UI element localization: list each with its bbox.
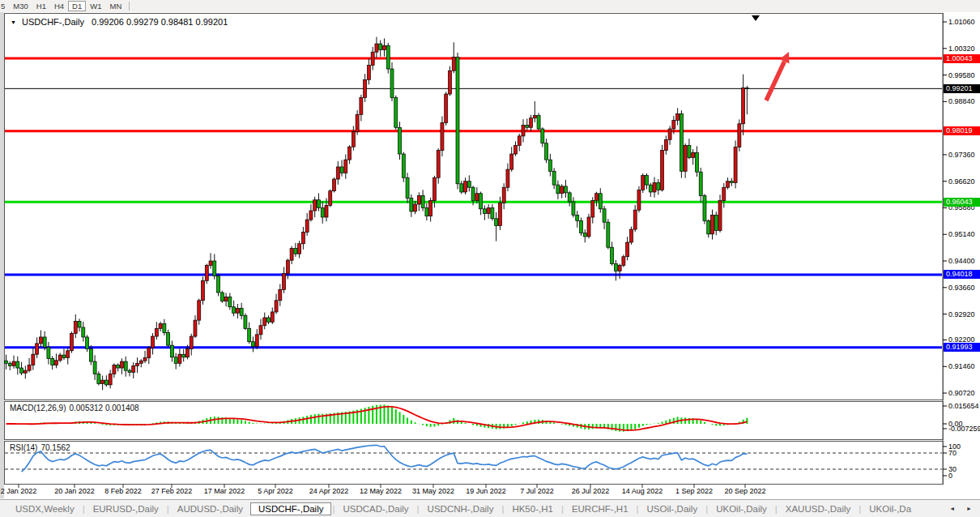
price-badge-0.98019: 0.98019 [944,126,980,135]
price-tick-label: 0.93660 [948,284,975,292]
tab-audusd-daily[interactable]: AUDUSD-,Daily [170,502,250,515]
tab-usoil-daily[interactable]: USOil-,Daily [640,502,705,515]
price-tick-label: 1.01060 [948,18,975,26]
x-axis-label-27-feb-2022: 27 Feb 2022 [143,487,200,495]
x-axis-label-12-may-2022: 12 May 2022 [352,487,409,495]
tab-eurusd-daily[interactable]: EURUSD-,Daily [86,502,166,515]
timeframe-button-m30[interactable]: M30 [9,1,32,11]
timeframe-button-h4[interactable]: H4 [50,1,68,11]
x-axis-label-14-aug-2022: 14 Aug 2022 [614,487,671,495]
price-tick-label: 0.99580 [948,71,975,79]
tab-usdchf-daily[interactable]: USDCHF-,Daily [250,502,332,515]
tab-usdx-weekly[interactable]: USDX,Weekly [8,502,82,515]
rsi-indicator-label: RSI(14)70.1562 [10,443,74,452]
timeframe-button-5[interactable]: 5 [0,1,9,11]
x-axis-label-19-jun-2022: 19 Jun 2022 [458,487,514,495]
price-badge-0.91993: 0.91993 [944,343,980,352]
symbol-label: USDCHF-,Daily [22,17,84,27]
tab-ukoil-daily[interactable]: UKOil-,Daily [709,502,774,515]
macd-panel[interactable] [4,401,944,440]
macd-indicator-label: MACD(12,26,9)0.005312 0.001408 [10,404,143,412]
chart-dropdown-icon[interactable]: ▼ [11,19,16,25]
x-axis-label-7-jul-2022: 7 Jul 2022 [509,487,565,495]
x-axis-label-24-apr-2022: 24 Apr 2022 [300,487,357,495]
price-tick-label: 0.97360 [948,151,975,159]
price-tick-label: 0.92920 [948,310,975,318]
toolbar-separator [129,2,130,11]
timeframe-button-h1[interactable]: H1 [32,1,50,11]
chart-title: ▼ USDCHF-,Daily 0.99206 0.99279 0.98481 … [11,17,228,27]
tab-eurchf-h1[interactable]: EURCHF-,H1 [565,502,636,515]
tab-xauusd-daily[interactable]: XAUUSD-,Daily [778,502,859,515]
price-badge-0.96043: 0.96043 [944,198,980,207]
rsi-name: RSI(14) [10,443,37,452]
price-tick-label: 0.96620 [948,177,975,186]
tab-ukoil-da[interactable]: UKOil-,Da [862,502,918,515]
x-axis-label-26-jul-2022: 26 Jul 2022 [562,487,619,495]
rsi-axis-label: 70 [948,449,957,457]
rsi-value: 70.1562 [40,443,70,452]
x-axis-label-20-sep-2022: 20 Sep 2022 [717,487,773,495]
tab-hk50-h1[interactable]: HK50-,H1 [505,502,560,515]
price-tick-label: 0.91460 [948,362,975,370]
price-tick-label: 1.00320 [948,45,975,53]
price-badge-0.94018: 0.94018 [944,270,980,279]
tab-usdcnh-daily[interactable]: USDCNH-,Daily [420,502,501,515]
price-tick-label: 0.94400 [948,257,975,265]
timeframe-toolbar: 5M30H1H4D1W1MN [0,0,980,12]
timeframe-button-d1[interactable]: D1 [68,1,86,11]
tab-usdcad-daily[interactable]: USDCAD-,Daily [335,502,415,515]
ohlc-readout: 0.99206 0.99279 0.98481 0.99201 [92,17,228,27]
x-axis-label-2-jan-2022: 2 Jan 2022 [0,487,47,495]
x-axis-label-17-mar-2022: 17 Mar 2022 [196,487,253,495]
macd-values: 0.005312 0.001408 [69,404,138,412]
price-badge-1.00043: 1.00043 [944,54,980,63]
x-axis-label-1-sep-2022: 1 Sep 2022 [666,487,722,495]
timeframe-button-w1[interactable]: W1 [86,1,105,11]
macd-axis-label: -0.007259 [948,425,980,433]
rsi-axis-label: 0 [948,472,952,480]
mt4-window: 5M30H1H4D1W1MN ▼ USDCHF-,Daily 0.99206 0… [0,0,980,517]
price-chart-panel[interactable] [4,13,944,400]
x-axis-label-5-apr-2022: 5 Apr 2022 [247,487,304,495]
instrument-tabbar: USDX,Weekly|EURUSD-,Daily|AUDUSD-,DailyU… [0,499,980,517]
macd-name: MACD(12,26,9) [10,404,66,412]
price-tick-label: 0.90720 [948,389,975,397]
macd-axis-label: 0.015654 [948,402,979,410]
rsi-panel[interactable] [4,441,944,485]
price-badge-0.99201: 0.99201 [944,84,980,93]
timeframe-button-mn[interactable]: MN [106,1,126,11]
tab-scroll-arrows[interactable]: ◄ ► [949,506,977,511]
price-tick-label: 0.98840 [948,97,975,105]
x-axis-label-31-may-2022: 31 May 2022 [405,487,462,495]
price-tick-label: 0.95140 [948,230,975,238]
